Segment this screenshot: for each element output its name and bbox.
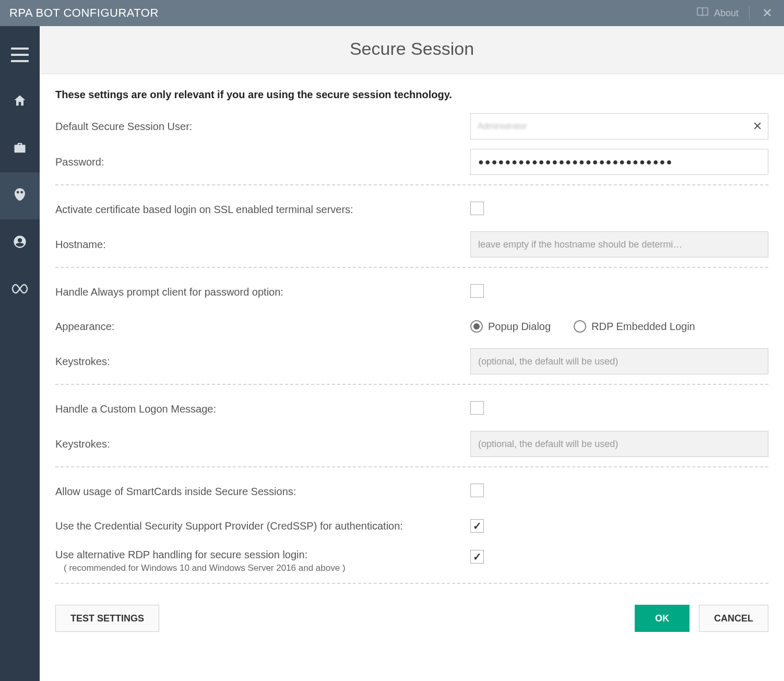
book-icon (696, 7, 709, 20)
sidebar (0, 26, 40, 681)
sidebar-item-infinity[interactable] (0, 266, 40, 313)
keystrokes-input[interactable] (470, 348, 768, 374)
hostname-label: Hostname: (55, 239, 470, 251)
divider (55, 466, 768, 467)
test-settings-button[interactable]: TEST SETTINGS (55, 605, 159, 632)
sidebar-item-home[interactable] (0, 78, 40, 125)
appearance-rdp-label: RDP Embedded Login (591, 321, 695, 333)
content-area: These settings are only relevant if you … (40, 74, 784, 681)
main-panel: Secure Session These settings are only r… (40, 26, 784, 681)
app-title: RPA BOT CONFIGURATOR (9, 6, 159, 20)
default-user-value: Administrator (478, 122, 527, 131)
password-label: Password: (55, 156, 470, 168)
credssp-label: Use the Credential Security Support Prov… (55, 520, 470, 532)
cert-login-checkbox[interactable] (470, 202, 484, 215)
divider (55, 583, 768, 584)
keystrokes2-label: Keystrokes: (55, 438, 470, 450)
hamburger-icon (11, 45, 29, 64)
close-icon: ✕ (762, 6, 773, 20)
appearance-label: Appearance: (55, 321, 470, 333)
page-title: Secure Session (50, 39, 774, 59)
intro-text: These settings are only relevant if you … (55, 89, 768, 101)
custom-logon-label: Handle a Custom Logon Message: (55, 403, 470, 415)
appearance-radio-popup[interactable]: Popup Dialog (470, 320, 551, 333)
alt-rdp-note: ( recommended for Windows 10 and Windows… (64, 563, 470, 573)
radio-dot-icon (574, 320, 586, 333)
appearance-radio-group: Popup Dialog RDP Embedded Login (470, 320, 768, 333)
cancel-button[interactable]: CANCEL (699, 605, 768, 632)
smartcards-checkbox[interactable] (470, 484, 484, 497)
home-icon (13, 93, 27, 110)
sidebar-item-user[interactable] (0, 219, 40, 266)
default-user-label: Default Secure Session User: (55, 121, 470, 133)
appearance-radio-rdp[interactable]: RDP Embedded Login (574, 320, 695, 333)
sidebar-item-menu[interactable] (0, 31, 40, 78)
divider (55, 184, 768, 185)
close-icon: ✕ (753, 120, 762, 133)
handle-prompt-checkbox[interactable] (470, 284, 484, 298)
user-circle-icon (13, 234, 27, 251)
custom-logon-checkbox[interactable] (470, 401, 484, 415)
clear-user-button[interactable]: ✕ (753, 120, 762, 133)
appearance-popup-label: Popup Dialog (488, 321, 551, 333)
cert-login-label: Activate certificate based login on SSL … (55, 204, 470, 216)
footer-buttons: TEST SETTINGS OK CANCEL (55, 595, 768, 632)
alt-rdp-checkbox[interactable] (470, 550, 484, 563)
handle-prompt-label: Handle Always prompt client for password… (55, 286, 470, 298)
keystrokes-label: Keystrokes: (55, 356, 470, 368)
credssp-checkbox[interactable] (470, 519, 484, 533)
divider (55, 267, 768, 268)
close-button[interactable]: ✕ (760, 6, 775, 20)
ok-button[interactable]: OK (635, 605, 690, 632)
password-input[interactable] (470, 149, 768, 175)
infinity-icon (11, 284, 28, 296)
divider (55, 384, 768, 385)
alt-rdp-label: Use alternative RDP handling for secure … (55, 549, 470, 561)
hostname-input[interactable] (470, 231, 768, 257)
alien-icon (12, 187, 28, 205)
page-header: Secure Session (40, 26, 784, 74)
about-label: About (714, 8, 739, 19)
sidebar-item-briefcase[interactable] (0, 125, 40, 172)
briefcase-icon (13, 140, 27, 157)
about-button[interactable]: About (696, 7, 739, 20)
radio-dot-icon (470, 320, 483, 333)
titlebar: RPA BOT CONFIGURATOR About ✕ (0, 0, 784, 26)
smartcards-label: Allow usage of SmartCards inside Secure … (55, 486, 470, 498)
keystrokes2-input[interactable] (470, 431, 768, 457)
titlebar-divider (749, 6, 750, 20)
sidebar-item-secure-session[interactable] (0, 172, 40, 219)
